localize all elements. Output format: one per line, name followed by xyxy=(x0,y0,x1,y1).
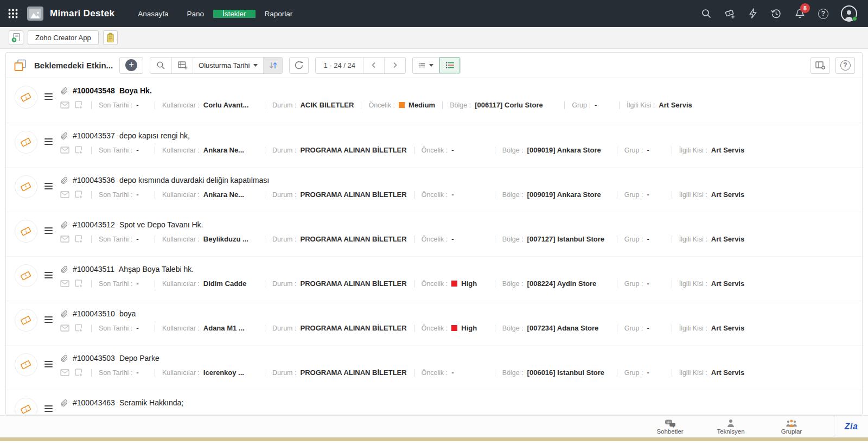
add-note-icon[interactable] xyxy=(75,146,83,154)
view-title[interactable]: Beklemedeki Etkin... xyxy=(34,61,113,70)
ticket-title-line[interactable]: #100043537 depo kapısı rengi hk, xyxy=(60,131,853,140)
drag-handle-icon[interactable] xyxy=(44,359,53,369)
attachment-icon xyxy=(60,309,68,318)
field-label: Kullanıcılar xyxy=(162,191,203,199)
drag-handle-icon[interactable] xyxy=(44,137,53,147)
add-ticket-button[interactable] xyxy=(119,57,143,74)
add-note-icon[interactable] xyxy=(75,324,83,332)
group-value: - xyxy=(647,368,649,377)
bottom-strip xyxy=(0,437,868,441)
attachment-icon xyxy=(60,86,68,95)
ticket-title-line[interactable]: #100043512 Spot ve Depo Tavanı Hk. xyxy=(60,220,853,229)
add-note-icon[interactable] xyxy=(75,279,83,288)
compact-list-view-icon[interactable] xyxy=(439,58,460,73)
clipboard-icon[interactable] xyxy=(103,30,118,45)
dock-technician-button[interactable]: Teknisyen xyxy=(700,419,761,435)
field-divider xyxy=(155,101,155,109)
field-divider xyxy=(265,369,265,377)
zoho-creator-app-button[interactable]: Zoho Creator App xyxy=(28,30,99,45)
sort-direction-icon[interactable] xyxy=(263,58,282,73)
email-icon[interactable] xyxy=(60,369,69,376)
email-icon[interactable] xyxy=(60,280,69,287)
zia-logo[interactable]: Zia xyxy=(834,422,868,431)
field-users: Kullanıcılar Corlu Avant... xyxy=(162,101,258,109)
field-label: Durum xyxy=(272,325,300,332)
ticket-title-line[interactable]: #100043511 Ahşap Boya Talebi hk. xyxy=(60,265,853,274)
history-icon[interactable] xyxy=(770,8,782,20)
ticket-id: #100043537 xyxy=(73,131,115,140)
search-icon[interactable] xyxy=(701,8,712,19)
ticket-title: depo kapısı rengi hk, xyxy=(119,131,190,140)
field-divider xyxy=(414,191,414,199)
drag-handle-icon[interactable] xyxy=(44,270,53,280)
ticket-title-line[interactable]: #100043548 Boya Hk. xyxy=(60,86,853,95)
sort-field-dropdown[interactable]: Olusturma Tarihi xyxy=(193,58,263,73)
prev-page-icon[interactable] xyxy=(363,58,384,73)
ticket-title: Depo Parke xyxy=(119,354,159,363)
ticket-row[interactable]: #100043503 Depo Parke Son Tarihi xyxy=(6,345,862,390)
field-divider xyxy=(672,280,672,288)
flash-icon[interactable] xyxy=(748,8,758,19)
add-note-icon[interactable] xyxy=(75,235,83,243)
app-grid-icon[interactable] xyxy=(8,8,18,19)
user-avatar[interactable] xyxy=(841,5,857,22)
nav-item-3[interactable]: Raporlar xyxy=(256,10,302,18)
ticket-add-icon[interactable] xyxy=(724,8,736,20)
field-status: Durum PROGRAMA ALINAN BİLETLER xyxy=(272,146,407,154)
help-icon[interactable] xyxy=(818,9,828,19)
email-icon[interactable] xyxy=(60,236,69,243)
drag-handle-icon[interactable] xyxy=(44,181,53,191)
list-help-button[interactable] xyxy=(835,57,855,74)
ticket-title-line[interactable]: #100043510 boya xyxy=(60,309,853,318)
navbar-right: 8 xyxy=(701,0,868,27)
ticket-row[interactable]: #100043463 Seramik Hakkında; Son Tar xyxy=(6,390,862,415)
field-label: Durum xyxy=(272,236,300,243)
ticket-meta-icons xyxy=(60,235,83,243)
email-icon[interactable] xyxy=(60,147,69,154)
layout-settings-button[interactable] xyxy=(810,57,830,74)
notifications-bell-icon[interactable]: 8 xyxy=(794,8,806,20)
plus-icon xyxy=(125,59,137,71)
pagination-group: 1 - 24 / 24 xyxy=(315,57,406,74)
ticket-title: boya xyxy=(119,309,136,318)
add-note-icon[interactable] xyxy=(75,368,83,377)
dock-groups-button[interactable]: Gruplar xyxy=(761,419,822,435)
creator-doc-add-icon[interactable] xyxy=(9,30,23,45)
field-label: Öncelik xyxy=(422,147,452,154)
nav-item-2[interactable]: İstekler xyxy=(213,10,256,18)
add-note-icon[interactable] xyxy=(75,101,83,109)
list-view-icon[interactable] xyxy=(413,58,439,73)
list-search-icon[interactable] xyxy=(150,58,171,73)
add-note-icon[interactable] xyxy=(75,190,83,199)
app-logo-icon[interactable] xyxy=(27,7,43,21)
ticket-row-body: #100043511 Ahşap Boya Talebi hk. Son xyxy=(60,264,853,288)
ticket-row[interactable]: #100043536 depo kısmında duvardaki deliğ… xyxy=(6,167,862,212)
sort-field-label: Olusturma Tarihi xyxy=(199,61,250,69)
drag-handle-icon[interactable] xyxy=(44,92,53,101)
ticket-row[interactable]: #100043510 boya Son Tarihi xyxy=(6,301,862,345)
drag-handle-icon[interactable] xyxy=(44,226,53,236)
ticket-title-line[interactable]: #100043536 depo kısmında duvardaki deliğ… xyxy=(60,176,853,185)
ticket-meta-line: Son Tarihi - Kullanıcılar Ankara Ne... D… xyxy=(60,190,853,199)
field-divider xyxy=(155,280,155,288)
field-label: Kullanıcılar xyxy=(162,280,203,288)
dock-chats-button[interactable]: Sohbetler xyxy=(640,419,700,435)
email-icon[interactable] xyxy=(60,101,69,109)
drag-handle-icon[interactable] xyxy=(44,315,53,325)
nav-item-0[interactable]: Anasayfa xyxy=(129,10,177,18)
ticket-row[interactable]: #100043537 depo kapısı rengi hk, Son xyxy=(6,123,862,167)
table-add-icon[interactable] xyxy=(171,58,193,73)
ticket-title-line[interactable]: #100043463 Seramik Hakkında; xyxy=(60,398,853,407)
ticket-id: #100043503 xyxy=(73,354,115,363)
field-group: Grup - xyxy=(624,368,665,377)
email-icon[interactable] xyxy=(60,325,69,332)
ticket-title-line[interactable]: #100043503 Depo Parke xyxy=(60,354,853,363)
nav-item-1[interactable]: Pano xyxy=(177,10,213,18)
ticket-row[interactable]: #100043512 Spot ve Depo Tavanı Hk. S xyxy=(6,212,862,256)
ticket-row[interactable]: #100043511 Ahşap Boya Talebi hk. Son xyxy=(6,256,862,301)
drag-handle-icon[interactable] xyxy=(44,404,53,414)
refresh-button[interactable] xyxy=(289,57,309,74)
email-icon[interactable] xyxy=(60,191,69,198)
ticket-row[interactable]: #100043548 Boya Hk. Son Tarihi xyxy=(6,78,862,123)
next-page-icon[interactable] xyxy=(384,58,405,73)
